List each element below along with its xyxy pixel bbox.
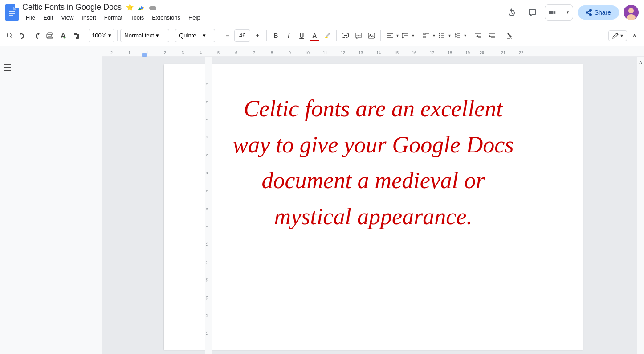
spellcheck-button[interactable] [57,29,69,43]
divider-5 [266,30,267,41]
drive-icon[interactable] [137,3,146,12]
increase-indent-button[interactable] [485,29,498,42]
text-color-button[interactable]: A [308,29,321,42]
toolbar: 100% ▾ Normal text ▾ Quinte... ▾ − + B I… [0,25,644,46]
comments-button[interactable] [524,4,540,21]
svg-rect-8 [150,8,156,10]
insert-buttons [339,29,378,42]
document-text[interactable]: Celtic fonts are an excellent way to giv… [200,91,547,235]
outline-icon[interactable]: ☰ [4,62,98,73]
paint-format-button[interactable] [70,29,83,43]
svg-text:1: 1 [205,82,209,85]
font-size-input[interactable] [234,29,250,42]
share-label: Share [595,9,611,16]
svg-text:10: 10 [205,242,209,246]
svg-text:11: 11 [205,260,209,264]
insert-comment-button[interactable] [352,29,365,42]
bullet-list-button[interactable] [436,29,448,42]
svg-text:2: 2 [164,50,166,55]
menu-help[interactable]: Help [185,13,204,22]
svg-text:-2: -2 [109,50,113,55]
svg-text:3.: 3. [455,36,457,39]
svg-text:13: 13 [205,296,209,300]
search-button[interactable] [4,29,16,43]
menu-tools[interactable]: Tools [127,13,147,22]
svg-text:3: 3 [205,118,209,120]
link-button[interactable] [339,29,352,42]
svg-text:8: 8 [205,207,209,210]
meet-button[interactable]: ▾ [545,4,573,21]
checklist-button[interactable] [420,29,432,42]
underline-button[interactable]: U [295,29,308,42]
svg-text:20: 20 [480,50,484,55]
menu-insert[interactable]: Insert [78,13,100,22]
svg-text:14: 14 [376,50,381,55]
print-button[interactable] [44,29,56,43]
doc-title-area: Celtic Fonts in Google Docs ⭐ File Edit … [22,3,500,22]
menu-file[interactable]: File [22,13,39,22]
menu-bar: File Edit View Insert Format Tools Exten… [22,13,500,22]
doc-icon[interactable] [5,4,19,21]
svg-text:19: 19 [465,50,470,55]
bold-button[interactable]: B [269,29,282,42]
collapse-toolbar-button[interactable]: ∧ [628,29,640,42]
font-selector[interactable]: Quinte... ▾ [175,29,215,42]
svg-point-34 [439,33,440,34]
svg-rect-22 [368,33,375,38]
main-area: ☰ 1 2 3 4 5 6 7 8 9 10 11 12 13 14 15 [0,57,644,354]
svg-text:17: 17 [430,50,434,55]
italic-button[interactable]: I [282,29,295,42]
decrease-indent-button[interactable] [472,29,485,42]
svg-text:8: 8 [271,50,273,55]
svg-text:7: 7 [205,189,209,192]
svg-point-11 [628,8,634,13]
share-button[interactable]: Share [578,5,619,20]
increase-font-button[interactable]: + [251,29,264,42]
history-button[interactable] [504,4,520,21]
decrease-font-button[interactable]: − [221,29,233,42]
zoom-selector[interactable]: 100% ▾ [89,29,114,42]
numbered-list-button[interactable]: 1.2.3. [451,29,464,42]
star-icon[interactable]: ⭐ [125,3,134,12]
svg-text:5: 5 [205,154,209,156]
font-size-area: − + [221,29,264,42]
divider-2 [117,30,118,41]
svg-text:18: 18 [448,50,452,55]
svg-text:3: 3 [182,50,184,55]
style-selector[interactable]: Normal text ▾ [120,29,169,42]
vertical-ruler: 1 2 3 4 5 6 7 8 9 10 11 12 13 14 15 [205,57,212,354]
insert-image-button[interactable] [365,29,378,42]
clear-format-button[interactable] [504,29,516,42]
menu-format[interactable]: Format [101,13,126,22]
highlight-button[interactable] [321,29,334,42]
title-icons: ⭐ [125,3,157,12]
scroll-up-icon[interactable]: ∧ [639,59,643,65]
pencil-mode-button[interactable]: ▾ [608,30,627,41]
page[interactable]: Celtic fonts are an excellent way to giv… [164,64,583,350]
svg-text:15: 15 [394,50,399,55]
font-arrow-icon: ▾ [203,32,206,39]
undo-button[interactable] [17,29,29,43]
title-row: Celtic Fonts in Google Docs ⭐ [22,3,500,12]
svg-text:16: 16 [412,50,416,55]
svg-text:15: 15 [205,331,209,335]
style-arrow-icon: ▾ [156,32,159,39]
list-buttons: ▾ ▾ 1.2.3. ▾ [420,29,466,42]
doc-content: Celtic fonts are an excellent way to giv… [200,91,547,235]
svg-rect-32 [424,36,425,38]
zoom-arrow-icon: ▾ [108,32,111,39]
menu-edit[interactable]: Edit [40,13,57,22]
cloud-icon[interactable] [148,3,157,12]
line-spacing-button[interactable] [399,29,412,42]
svg-text:12: 12 [341,50,345,55]
svg-text:-1: -1 [127,50,130,55]
align-button[interactable] [383,29,396,42]
doc-area[interactable]: 1 2 3 4 5 6 7 8 9 10 11 12 13 14 15 Cel [102,57,637,354]
menu-view[interactable]: View [57,13,77,22]
doc-title[interactable]: Celtic Fonts in Google Docs [22,3,122,12]
menu-extensions[interactable]: Extensions [148,13,184,22]
redo-button[interactable] [30,29,43,43]
divider-7 [380,30,381,41]
svg-text:9: 9 [205,225,209,227]
user-avatar[interactable] [624,5,639,20]
